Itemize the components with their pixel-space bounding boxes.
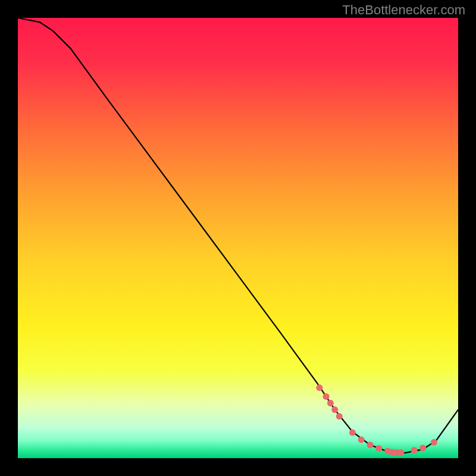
marker-dot	[349, 430, 356, 436]
marker-dot	[358, 436, 365, 443]
marker-dot	[327, 400, 334, 406]
marker-dot	[367, 441, 374, 448]
bottleneck-curve	[18, 18, 458, 453]
marker-dot	[419, 444, 426, 451]
marker-dot	[431, 439, 437, 446]
marker-dot	[336, 413, 343, 419]
chart-plot-area	[18, 18, 458, 458]
marker-dot	[323, 393, 330, 400]
marker-dot	[375, 445, 382, 452]
marker-dot	[316, 384, 322, 391]
marker-dot	[331, 406, 338, 413]
curve-markers	[316, 384, 437, 456]
marker-dot	[411, 447, 418, 453]
marker-dot	[397, 449, 404, 456]
chart-curve-layer	[18, 18, 458, 458]
attribution-text: TheBottlenecker.com	[342, 2, 465, 18]
